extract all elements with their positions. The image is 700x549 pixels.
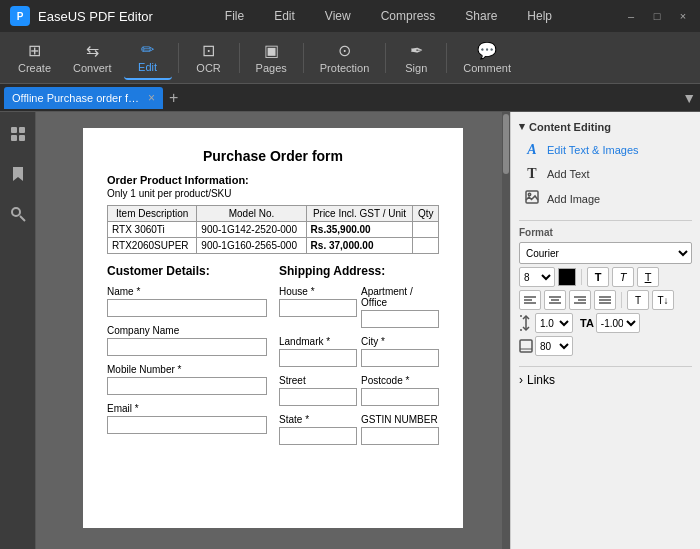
gstin-box[interactable] [361,427,439,445]
field-email: Email * [107,403,267,434]
bookmark-panel-button[interactable] [4,160,32,188]
line-spacing-select[interactable]: 1.0 [535,313,573,333]
menu-share[interactable]: Share [465,9,497,23]
active-tab[interactable]: Offline Purchase order for... × [4,87,163,109]
align-justify-button[interactable] [594,290,616,310]
svg-point-7 [528,193,530,195]
convert-button[interactable]: ⇆ Convert [63,36,122,80]
menu-edit[interactable]: Edit [274,9,295,23]
maximize-button[interactable]: □ [650,9,664,23]
row1-item: RTX 3060Ti [108,222,197,238]
font-style-row: 8 T T T [519,267,692,287]
apt-field: Apartment / Office [361,286,439,328]
company-label: Company Name [107,325,267,336]
mobile-box[interactable] [107,377,267,395]
tab-scroll-button[interactable]: ▼ [682,90,696,106]
app-icon: P [10,6,30,26]
company-box[interactable] [107,338,267,356]
menu-help[interactable]: Help [527,9,552,23]
tab-close-button[interactable]: × [148,91,155,105]
create-button[interactable]: ⊞ Create [8,36,61,80]
align-center-button[interactable] [544,290,566,310]
thumbnail-panel-button[interactable] [4,120,32,148]
format-section: Format Courier 8 T T T [519,227,692,356]
bottom-select[interactable]: 80 [535,336,573,356]
menu-view[interactable]: View [325,9,351,23]
email-box[interactable] [107,416,267,434]
toolbar-divider-2 [239,43,240,73]
svg-point-4 [12,208,20,216]
font-color-picker[interactable] [558,268,576,286]
create-label: Create [18,62,51,74]
apt-box[interactable] [361,310,439,328]
italic-button[interactable]: T [612,267,634,287]
ta-select[interactable]: -1.00 [596,313,640,333]
ocr-label: OCR [196,62,220,74]
pdf-scrollbar-thumb[interactable] [503,114,509,174]
links-header[interactable]: › Links [519,373,692,387]
pages-icon: ▣ [264,41,279,60]
row2-price: Rs. 37,000.00 [306,238,413,254]
menu-bar: File Edit View Compress Share Help [225,9,552,23]
protection-button[interactable]: ⊙ Protection [310,36,380,80]
close-button[interactable]: × [676,9,690,23]
shipping-row-2: Landmark * City * [279,336,439,367]
search-panel-button[interactable] [4,200,32,228]
content-editing-header[interactable]: ▾ Content Editing [519,120,692,133]
edit-button[interactable]: ✏ Edit [124,36,172,80]
main-area: Purchase Order form Order Product Inform… [0,112,700,549]
street-label: Street [279,375,357,386]
protection-icon: ⊙ [338,41,351,60]
fmt-sep-2 [621,292,622,308]
menu-file[interactable]: File [225,9,244,23]
ocr-button[interactable]: ⊡ OCR [185,36,233,80]
svg-rect-1 [19,127,25,133]
order-table: Item Description Model No. Price Incl. G… [107,205,439,254]
postcode-field: Postcode * [361,375,439,406]
house-label: House * [279,286,357,297]
minimize-button[interactable]: – [624,9,638,23]
add-text-button[interactable]: T Add Text [519,163,692,185]
comment-button[interactable]: 💬 Comment [453,36,521,80]
edit-text-images-button[interactable]: A Edit Text & Images [519,139,692,161]
panel-divider-2 [519,366,692,367]
add-tab-button[interactable]: + [169,90,178,106]
align-right-button[interactable] [569,290,591,310]
postcode-box[interactable] [361,388,439,406]
pages-button[interactable]: ▣ Pages [246,36,297,80]
row1-model: 900-1G142-2520-000 [197,222,306,238]
sign-button[interactable]: ✒ Sign [392,36,440,80]
house-box[interactable] [279,299,357,317]
bold-button[interactable]: T [587,267,609,287]
street-box[interactable] [279,388,357,406]
font-size-select[interactable]: 8 [519,267,555,287]
edit-icon: ✏ [141,40,154,59]
tab-label: Offline Purchase order for... [12,92,142,104]
text-up-button[interactable]: T [627,290,649,310]
underline-button[interactable]: T [637,267,659,287]
edit-text-icon: A [523,142,541,158]
chevron-right-icon: › [519,373,523,387]
apt-label: Apartment / Office [361,286,439,308]
align-left-button[interactable] [519,290,541,310]
house-field: House * [279,286,357,328]
state-box[interactable] [279,427,357,445]
toolbar-divider-1 [178,43,179,73]
pdf-viewer[interactable]: Purchase Order form Order Product Inform… [36,112,510,549]
add-image-button[interactable]: Add Image [519,187,692,210]
text-down-button[interactable]: T↓ [652,290,674,310]
street-field: Street [279,375,357,406]
fmt-sep-1 [581,269,582,285]
form-columns: Customer Details: Name * Company Name Mo… [107,264,439,453]
title-bar: P EaseUS PDF Editor File Edit View Compr… [0,0,700,32]
menu-compress[interactable]: Compress [381,9,436,23]
svg-rect-2 [11,135,17,141]
font-select[interactable]: Courier [519,242,692,264]
landmark-box[interactable] [279,349,357,367]
city-box[interactable] [361,349,439,367]
toolbar-divider-3 [303,43,304,73]
name-box[interactable] [107,299,267,317]
pdf-scrollbar[interactable] [502,112,510,549]
col-item: Item Description [108,206,197,222]
content-editing-section: ▾ Content Editing A Edit Text & Images T… [519,120,692,210]
